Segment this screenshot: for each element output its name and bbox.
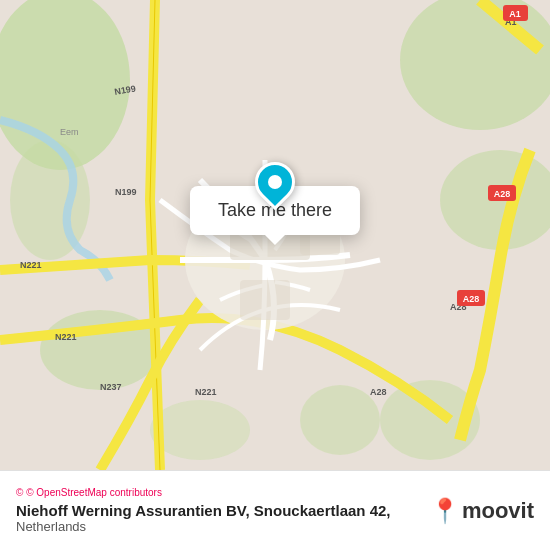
- svg-text:N199: N199: [115, 187, 137, 197]
- svg-text:N221: N221: [20, 260, 42, 270]
- osm-credit: © © OpenStreetMap contributors: [16, 487, 391, 498]
- osm-credit-text: © OpenStreetMap contributors: [26, 487, 162, 498]
- location-name: Niehoff Werning Assurantien BV, Snouckae…: [16, 502, 391, 519]
- moovit-pin-icon: 📍: [430, 497, 460, 525]
- svg-text:A1: A1: [509, 9, 521, 19]
- location-address: Niehoff Werning Assurantien BV, Snouckae…: [16, 502, 391, 519]
- location-pin: [255, 162, 295, 202]
- svg-text:A28: A28: [494, 189, 511, 199]
- moovit-logo: 📍 moovit: [430, 497, 534, 525]
- svg-point-8: [150, 400, 250, 460]
- svg-text:A28: A28: [370, 387, 387, 397]
- info-bar: © © OpenStreetMap contributors Niehoff W…: [0, 470, 550, 550]
- svg-text:N221: N221: [195, 387, 217, 397]
- osm-symbol: ©: [16, 487, 23, 498]
- svg-text:A28: A28: [463, 294, 480, 304]
- map-container: N199 N199 N221 N221 N221 N237 A28 A28 A1…: [0, 0, 550, 470]
- location-country: Netherlands: [16, 519, 391, 534]
- svg-text:N237: N237: [100, 382, 122, 392]
- svg-text:Eem: Eem: [60, 127, 79, 137]
- pin-marker: [247, 154, 304, 211]
- svg-point-7: [300, 385, 380, 455]
- moovit-label: moovit: [462, 498, 534, 524]
- svg-rect-22: [240, 280, 290, 320]
- location-info: © © OpenStreetMap contributors Niehoff W…: [16, 487, 391, 534]
- pin-center: [268, 175, 282, 189]
- svg-text:N221: N221: [55, 332, 77, 342]
